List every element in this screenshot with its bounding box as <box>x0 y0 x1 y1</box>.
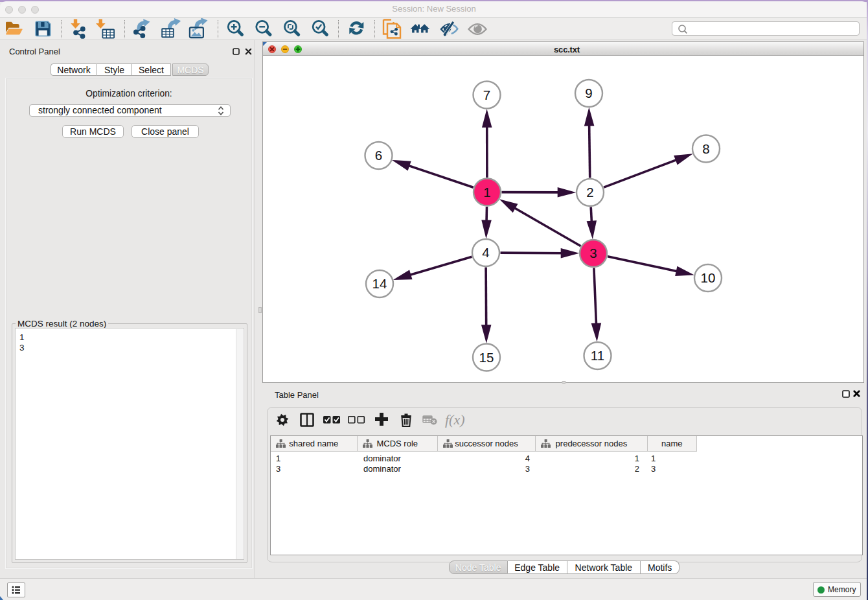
svg-text:7: 7 <box>483 87 490 102</box>
svg-text:11: 11 <box>591 348 604 363</box>
svg-text:4: 4 <box>482 245 489 260</box>
svg-text:14: 14 <box>372 276 387 291</box>
svg-text:2: 2 <box>586 185 593 200</box>
svg-text:8: 8 <box>702 141 709 156</box>
svg-text:10: 10 <box>701 270 716 285</box>
svg-text:9: 9 <box>585 86 592 100</box>
svg-text:3: 3 <box>589 246 597 260</box>
svg-text:15: 15 <box>479 350 494 365</box>
svg-text:f(x): f(x) <box>445 411 465 428</box>
svg-text:1: 1 <box>483 185 490 200</box>
svg-text:6: 6 <box>375 148 382 163</box>
